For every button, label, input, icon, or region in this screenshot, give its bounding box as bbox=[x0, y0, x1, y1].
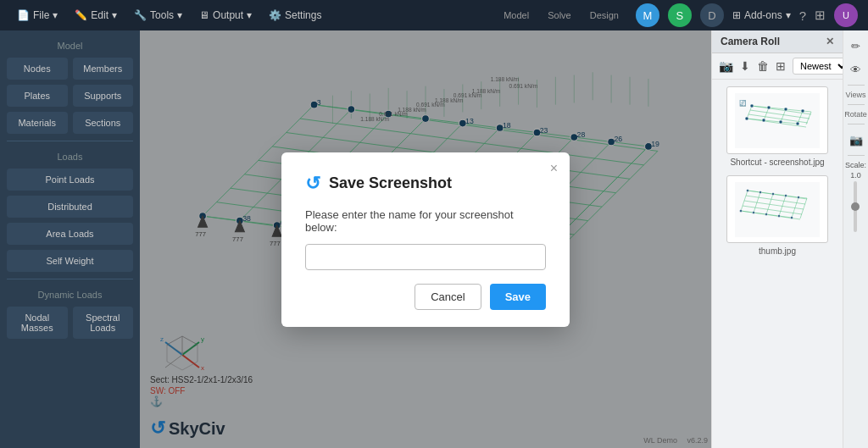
svg-text:🔄: 🔄 bbox=[739, 99, 747, 107]
modal-buttons: Cancel Save bbox=[305, 284, 546, 310]
svg-point-154 bbox=[762, 119, 765, 122]
tab-model[interactable]: Model bbox=[495, 7, 537, 24]
svg-point-182 bbox=[798, 196, 800, 198]
rotate-label: Rotate bbox=[844, 110, 867, 119]
camera-download-btn[interactable]: ⬇ bbox=[740, 59, 750, 73]
camera-fullscreen-btn[interactable]: ⊞ bbox=[776, 59, 786, 73]
strip-divider-4 bbox=[848, 155, 865, 156]
sidebar-btn-nodes[interactable]: Nodes bbox=[7, 58, 68, 80]
topbar-menu: 📄 File ▾ ✏️ Edit ▾ 🔧 Tools ▾ 🖥 Output ▾ … bbox=[10, 6, 488, 25]
camera-roll-panel: Camera Roll ✕ 📷 ⬇ 🗑 ⊞ Newest Oldest 🔄 bbox=[711, 30, 843, 448]
camera-roll-items: 🔄 bbox=[712, 80, 843, 448]
svg-point-153 bbox=[745, 117, 748, 120]
model-mode-btn[interactable]: M bbox=[636, 3, 659, 27]
eye-tool-btn[interactable]: 👁 bbox=[846, 59, 866, 80]
pencil-tool-btn[interactable]: ✏ bbox=[846, 36, 866, 56]
cancel-button[interactable]: Cancel bbox=[415, 284, 481, 310]
cr-filename-1: Shortcut - screenshot.jpg bbox=[730, 158, 824, 167]
svg-point-187 bbox=[791, 216, 793, 218]
modal-close-button[interactable]: × bbox=[550, 161, 558, 176]
loads-section-title: Loads bbox=[7, 148, 133, 163]
sidebar-btn-self-weight[interactable]: Self Weight bbox=[7, 250, 133, 272]
topbar-right: Model Solve Design M S D ⊞ Add-ons ▾ ? ⊞… bbox=[495, 3, 858, 27]
sidebar-loads-row-2: Distributed bbox=[7, 196, 133, 218]
save-button[interactable]: Save bbox=[490, 284, 546, 310]
chevron-icon: ▾ bbox=[53, 9, 58, 21]
sidebar-loads-row-4: Self Weight bbox=[7, 250, 133, 272]
svg-point-151 bbox=[784, 108, 787, 111]
design-mode-btn[interactable]: D bbox=[700, 3, 724, 27]
menu-tools[interactable]: 🔧 Tools ▾ bbox=[127, 6, 189, 25]
camera-roll-toolbar: 📷 ⬇ 🗑 ⊞ Newest Oldest bbox=[712, 53, 843, 80]
tab-design[interactable]: Design bbox=[581, 7, 627, 24]
grid-icon: ⊞ bbox=[732, 9, 741, 21]
svg-point-186 bbox=[778, 214, 781, 217]
addons-button[interactable]: ⊞ Add-ons ▾ bbox=[732, 9, 791, 21]
solve-mode-btn[interactable]: S bbox=[668, 3, 692, 27]
save-screenshot-modal: × ↺ Save Screenshot Please enter the nam… bbox=[281, 152, 570, 327]
modal-title-icon: ↺ bbox=[305, 173, 320, 195]
svg-point-156 bbox=[796, 122, 799, 125]
camera-roll-header: Camera Roll ✕ bbox=[712, 30, 843, 53]
sidebar-btn-plates[interactable]: Plates bbox=[7, 85, 68, 107]
output-icon: 🖥 bbox=[199, 9, 209, 21]
sidebar-row-2: Plates Supports bbox=[7, 85, 133, 107]
model-section-title: Model bbox=[7, 37, 133, 53]
sidebar-btn-supports[interactable]: Supports bbox=[73, 85, 134, 107]
file-icon: 📄 bbox=[17, 9, 30, 21]
help-button[interactable]: ? bbox=[799, 8, 806, 23]
sidebar-divider-1 bbox=[7, 141, 133, 141]
right-tool-strip: ✏ 👁 Views Rotate 📷 Scale: 1.0 bbox=[843, 30, 868, 448]
svg-point-184 bbox=[753, 211, 755, 213]
sidebar-loads-row-1: Point Loads bbox=[7, 169, 133, 191]
dynamic-section-title: Dynamic Loads bbox=[7, 286, 133, 301]
scale-track[interactable] bbox=[854, 181, 857, 232]
svg-rect-131 bbox=[735, 93, 820, 148]
chevron-icon: ▾ bbox=[786, 9, 791, 21]
sidebar-btn-members[interactable]: Members bbox=[73, 58, 134, 80]
menu-edit[interactable]: ✏️ Edit ▾ bbox=[68, 6, 124, 25]
strip-divider-1 bbox=[848, 85, 865, 86]
sidebar-dynamic-row-1: Nodal Masses Spectral Loads bbox=[7, 307, 133, 339]
menu-file[interactable]: 📄 File ▾ bbox=[10, 6, 64, 25]
sidebar-btn-area-loads[interactable]: Area Loads bbox=[7, 223, 133, 245]
cr-filename-2: thumb.jpg bbox=[759, 246, 796, 256]
sidebar-btn-distributed[interactable]: Distributed bbox=[7, 196, 133, 218]
svg-point-150 bbox=[767, 106, 771, 109]
svg-point-155 bbox=[779, 120, 782, 124]
sidebar-btn-point-loads[interactable]: Point Loads bbox=[7, 169, 133, 191]
close-camera-roll-button[interactable]: ✕ bbox=[826, 36, 834, 47]
topbar-tabs: Model Solve Design bbox=[495, 7, 627, 24]
main-layout: Model Nodes Members Plates Supports Mate… bbox=[0, 30, 868, 448]
tab-solve[interactable]: Solve bbox=[539, 7, 580, 24]
sidebar-btn-nodal-masses[interactable]: Nodal Masses bbox=[7, 307, 68, 339]
topbar: 📄 File ▾ ✏️ Edit ▾ 🔧 Tools ▾ 🖥 Output ▾ … bbox=[0, 0, 868, 30]
sidebar-loads-row-3: Area Loads bbox=[7, 223, 133, 245]
camera-roll-item-1[interactable]: 🔄 bbox=[719, 86, 836, 167]
svg-point-178 bbox=[747, 189, 749, 191]
svg-point-179 bbox=[760, 191, 762, 193]
camera-roll-item-2[interactable]: thumb.jpg bbox=[719, 175, 836, 256]
camera-capture-btn[interactable]: 📷 bbox=[719, 59, 733, 73]
sidebar-btn-materials[interactable]: Materials bbox=[7, 112, 68, 134]
avatar[interactable]: U bbox=[834, 3, 858, 27]
menu-settings[interactable]: ⚙️ Settings bbox=[262, 6, 328, 25]
scale-value: 1.0 bbox=[850, 171, 861, 180]
sidebar-btn-sections[interactable]: Sections bbox=[73, 112, 134, 134]
modal-description: Please enter the name for your screensho… bbox=[305, 208, 546, 234]
apps-button[interactable]: ⊞ bbox=[815, 8, 826, 23]
sidebar-btn-spectral-loads[interactable]: Spectral Loads bbox=[73, 307, 134, 339]
views-label: Views bbox=[846, 91, 866, 99]
camera-sort-select[interactable]: Newest Oldest bbox=[793, 58, 849, 75]
svg-point-183 bbox=[740, 209, 743, 212]
menu-output[interactable]: 🖥 Output ▾ bbox=[192, 6, 259, 25]
canvas-area[interactable]: 3 13 18 23 28 26 19 38 43 48 53 38 34 29… bbox=[140, 30, 711, 448]
sidebar-row-3: Materials Sections bbox=[7, 112, 133, 134]
chevron-icon: ▾ bbox=[247, 9, 252, 21]
svg-point-149 bbox=[750, 104, 754, 108]
svg-point-152 bbox=[801, 109, 804, 113]
scale-thumb[interactable] bbox=[851, 202, 860, 211]
camera-delete-btn[interactable]: 🗑 bbox=[757, 59, 769, 73]
screenshot-name-input[interactable] bbox=[305, 244, 546, 270]
camera-btn[interactable]: 📷 bbox=[846, 130, 866, 150]
